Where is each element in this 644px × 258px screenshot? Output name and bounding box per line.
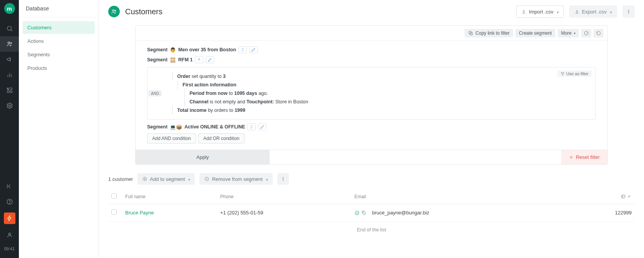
customer-id: 122999 [572,204,635,222]
users-icon [111,8,117,15]
col-phone[interactable]: Phone [217,189,351,204]
customer-name-link[interactable]: Bruce Payne [125,210,154,216]
page-icon [108,6,120,17]
bar-chart-icon [6,71,13,78]
sidebar-item-products[interactable]: Products [23,62,95,74]
chevrons-icon [249,124,254,130]
condition-income: Total income by orders to 1999 [172,106,589,115]
sidebar-title: Database [19,0,99,17]
rail-analytics[interactable] [0,67,19,83]
rail-bolt-button[interactable] [4,212,15,224]
main-area: Customers Import .csv Export .csv Copy l… [99,0,644,258]
condition-channel: Channel is not empty and Touchpoint: Sto… [184,98,589,106]
plus-circle-icon [142,176,148,182]
close-icon [569,155,574,160]
puzzle-icon [6,87,13,94]
svg-line-1 [11,30,12,31]
topbar: Customers Import .csv Export .csv [99,0,644,23]
sidebar-item-segments[interactable]: Segments [23,48,95,61]
verified-icon [354,210,360,216]
refresh-icon [584,30,589,36]
rail-profile[interactable] [0,227,19,243]
segment-row-a: Segment 👨 Men over 35 from Boston [147,45,596,55]
svg-point-14 [628,10,629,11]
apply-button[interactable]: Apply [136,150,270,164]
results-more-button[interactable] [277,173,289,185]
emoji-icon: 👨 [170,47,176,53]
apply-row: Apply Reset filter [136,150,607,164]
svg-point-12 [112,10,114,11]
import-csv-button[interactable]: Import .csv [516,5,564,18]
condition-first-action: First action information [178,81,589,89]
col-email[interactable]: Email [351,189,572,204]
edit-segment-button[interactable] [249,46,258,53]
result-count: 1 customer [108,176,133,182]
reset-filter-button[interactable]: Reset filter [561,150,607,164]
import-label: Import .csv [529,9,553,15]
sort-icon [627,194,632,199]
sidebar: Database Customers Actions Segments Prod… [19,0,99,258]
page-title: Customers [125,7,163,16]
segment-row-b: Segment 🧮 RFM 1 [147,55,596,65]
rail-extensions[interactable] [0,83,19,98]
app-logo[interactable]: m [4,3,15,14]
rail-help[interactable] [0,194,19,209]
remove-from-segment-button[interactable]: Remove from segment [200,173,273,185]
segment-row-c: Segment 💻📦 Active ONLINE & OFFLINE [147,122,596,132]
filter-icon [560,72,565,76]
col-id[interactable]: ID [572,189,635,204]
rail-collapse[interactable] [0,179,19,194]
topbar-more-button[interactable] [622,5,635,18]
reload-button[interactable] [594,29,604,37]
expand-toggle[interactable] [247,123,256,130]
svg-point-33 [363,211,363,212]
chevron-down-icon [609,9,612,15]
sidebar-item-actions[interactable]: Actions [23,35,95,47]
upload-icon [574,9,580,14]
help-icon [6,198,13,205]
use-as-filter-button[interactable]: Use as filter [557,71,592,77]
sidebar-item-customers[interactable]: Customers [23,21,95,34]
export-label: Export .csv [582,9,607,15]
edit-segment-button[interactable] [206,56,214,63]
rail-search[interactable] [0,21,19,36]
svg-point-13 [115,10,116,11]
add-to-segment-button[interactable]: Add to segment [138,173,195,185]
rail-customers[interactable] [0,36,19,52]
export-csv-button[interactable]: Export .csv [569,5,617,18]
refresh-button[interactable] [581,29,591,37]
svg-point-3 [10,42,12,44]
table-row[interactable]: Bruce Payne +1 (202) 555-01-59 bruce_pay… [108,204,635,222]
customer-email: bruce_payne@bungar.biz [372,210,429,216]
edit-segment-button[interactable] [258,123,267,130]
download-icon [521,9,527,14]
rail-campaigns[interactable] [0,52,19,67]
copy-icon [468,30,473,36]
svg-point-15 [628,11,629,12]
row-checkbox[interactable] [111,209,117,215]
emoji-icon: 🧮 [170,57,176,63]
condition-period: Period from now to 1095 days ago. [184,89,589,98]
more-dropdown[interactable]: More ▾ [558,29,579,37]
svg-point-32 [355,211,359,214]
add-and-button[interactable]: Add AND condition [147,133,196,143]
add-or-button[interactable]: Add OR condition [198,133,245,143]
pencil-icon [260,124,265,130]
megaphone-icon [6,56,13,63]
collapse-toggle[interactable] [195,56,203,63]
svg-point-2 [8,42,10,44]
chevron-down-icon [556,9,559,15]
svg-point-28 [283,180,283,181]
svg-point-16 [628,13,629,13]
rail-settings[interactable] [0,98,19,113]
chevron-down-icon [265,176,268,182]
col-name[interactable]: Full name [122,189,217,204]
expand-toggle[interactable] [238,46,247,53]
segment-conditions-box: Use as filter Order set quantity to 3 Fi… [147,67,596,120]
reload-icon [596,30,601,36]
copy-link-button[interactable]: Copy link to filter [465,29,513,37]
end-of-list: End of the list [108,222,635,238]
create-segment-button[interactable]: Create segment [515,29,555,37]
rail-clock: 09:41 [4,243,15,255]
select-all-checkbox[interactable] [111,193,117,199]
